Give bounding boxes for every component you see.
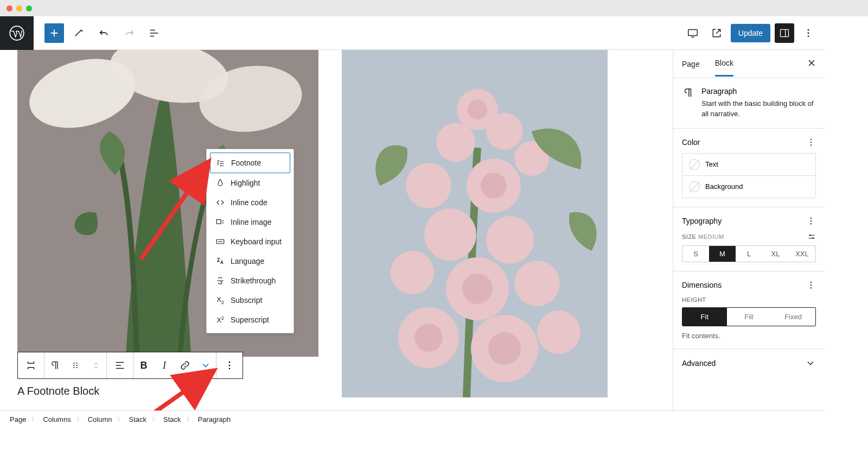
subscript-icon: X2 [215,295,225,305]
color-background-row[interactable]: Background [682,175,816,198]
document-overview-button[interactable] [144,23,164,43]
svg-point-29 [414,324,443,352]
svg-point-4 [808,32,809,34]
keyboard-icon [215,237,225,246]
caption-text[interactable]: A Footnote Block [17,385,99,397]
move-button[interactable] [86,352,106,378]
editor-canvas[interactable]: A Footnote Block B I [0,50,673,410]
dropdown-item-keyboard[interactable]: Keyboard input [210,232,290,251]
breadcrumb-item[interactable]: Columns [43,415,71,423]
svg-point-18 [486,216,534,264]
size-xl[interactable]: XL [762,246,789,262]
superscript-icon: X2 [215,315,225,325]
dropdown-item-superscript[interactable]: X2 Superscript [210,310,290,330]
chevron-right-icon: 〉 [187,415,193,423]
undo-button[interactable] [94,23,114,43]
advanced-panel[interactable]: Advanced [673,349,825,377]
typography-options-button[interactable] [806,216,816,226]
view-button[interactable] [683,23,703,43]
svg-point-37 [229,365,231,366]
dropdown-item-highlight[interactable]: Highlight [210,173,290,193]
language-icon [215,256,225,266]
svg-rect-39 [216,220,221,224]
dropdown-label: Keyboard input [231,237,282,246]
dropdown-label: Language [231,257,264,265]
svg-point-49 [809,235,811,236]
svg-point-44 [810,142,812,143]
svg-point-19 [391,251,434,294]
traffic-light-minimize[interactable] [16,5,22,11]
drag-handle[interactable] [65,352,86,378]
svg-point-14 [406,163,451,208]
breadcrumb-item[interactable]: Stack [163,415,181,423]
traffic-light-close[interactable] [7,5,12,11]
svg-point-35 [76,367,78,368]
block-options-button[interactable] [216,352,242,378]
color-options-button[interactable] [806,137,816,147]
block-type-button[interactable] [18,352,44,378]
svg-point-17 [424,208,476,261]
dropdown-label: Inline image [231,218,272,226]
dropdown-item-inline-code[interactable]: Inline code [210,193,290,212]
height-fixed[interactable]: Fixed [771,308,815,326]
dropdown-label: Inline code [231,198,267,207]
height-fit[interactable]: Fit [682,308,727,326]
svg-point-26 [481,173,507,199]
svg-point-13 [436,123,475,162]
block-breadcrumb: Page〉 Columns〉 Column〉 Stack〉 Stack〉 Par… [0,410,825,427]
height-fill[interactable]: Fill [727,308,771,326]
height-label: HEIGHT [682,296,816,303]
size-xxl[interactable]: XXL [789,246,815,262]
settings-panel-button[interactable] [775,23,794,43]
traffic-light-zoom[interactable] [26,5,32,11]
svg-point-46 [810,217,812,218]
options-button[interactable] [799,23,818,43]
dropdown-item-subscript[interactable]: X2 Subscript [210,290,290,310]
svg-rect-2 [781,29,789,36]
typography-heading: Typography [682,217,722,225]
tab-page[interactable]: Page [682,52,700,76]
svg-point-32 [73,365,74,366]
chevron-right-icon: 〉 [31,415,37,423]
size-settings-button[interactable] [807,232,816,241]
bold-button[interactable]: B [133,352,154,378]
dropdown-item-footnote[interactable]: Footnote [210,153,290,173]
align-button[interactable] [107,352,133,378]
svg-rect-1 [688,29,698,35]
wp-logo[interactable] [0,16,34,50]
breadcrumb-item[interactable]: Column [88,415,112,423]
tab-block[interactable]: Block [715,51,733,77]
block-title: Paragraph [701,87,816,96]
update-button[interactable]: Update [731,24,770,42]
advanced-label: Advanced [682,359,716,368]
breadcrumb-item[interactable]: Stack [129,415,146,423]
size-l[interactable]: L [736,246,762,262]
dropdown-label: Highlight [231,179,260,187]
redo-button[interactable] [119,23,139,43]
svg-point-3 [808,29,809,30]
dropdown-item-inline-image[interactable]: Inline image [210,212,290,232]
dropdown-item-language[interactable]: Language [210,251,290,271]
more-formatting-button[interactable] [195,352,216,378]
breadcrumb-item[interactable]: Paragraph [198,415,231,423]
link-button[interactable] [175,352,195,378]
image-block-right[interactable] [342,50,608,397]
svg-point-31 [76,363,78,364]
color-text-row[interactable]: Text [682,153,816,176]
dimensions-caption: Fit contents. [682,332,816,340]
settings-sidebar: Page Block Paragraph Start with the basi… [673,50,825,410]
dimensions-options-button[interactable] [806,280,816,290]
size-s[interactable]: S [682,246,709,262]
tools-button[interactable] [69,23,89,43]
add-block-button[interactable] [44,23,64,43]
dropdown-label: Footnote [231,159,261,167]
preview-button[interactable] [707,23,726,43]
paragraph-icon-button[interactable] [44,352,65,378]
size-m[interactable]: M [709,246,736,262]
italic-button[interactable]: I [154,352,175,378]
svg-point-24 [537,311,580,354]
breadcrumb-item[interactable]: Page [10,415,26,423]
dimensions-heading: Dimensions [682,281,722,289]
dropdown-item-strikethrough[interactable]: Strikethrough [210,271,290,290]
close-sidebar-button[interactable] [806,58,817,68]
